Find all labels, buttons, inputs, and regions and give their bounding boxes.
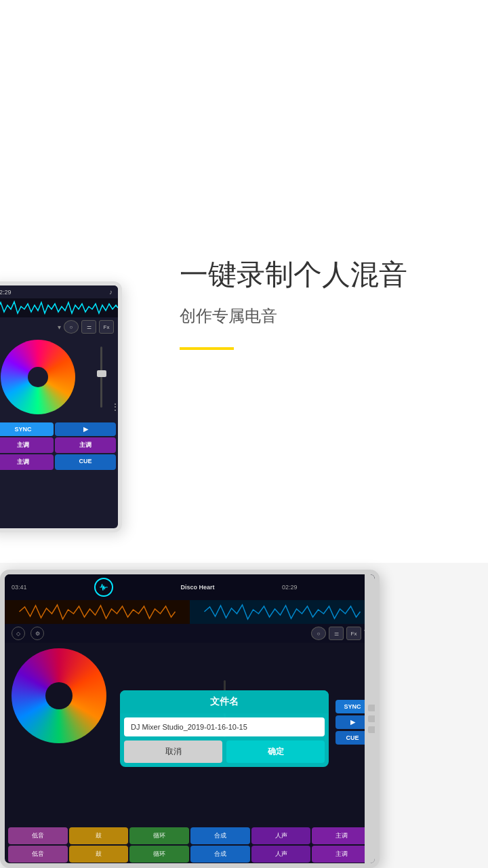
hero-content: 一键录制个人混音 创作专属电音 — [180, 258, 407, 350]
fx-btn-bottom[interactable]: Fx — [346, 627, 361, 640]
waveform — [0, 298, 118, 317]
waveform-right — [190, 600, 375, 624]
slider-thumb[interactable] — [97, 370, 106, 377]
controls-left: ◇ ⚙ — [12, 627, 44, 640]
dialog-title: 文件名 — [120, 690, 329, 713]
yellow-underline — [180, 347, 234, 350]
btn-row-2: 低音 鼓 循环 合成 人声 主调 — [5, 845, 375, 863]
play-icon-bottom: ▶ — [350, 719, 355, 726]
controls-row: ▾ ○ ⚌ Fx — [0, 317, 118, 336]
track-name: Disco Heart — [180, 584, 214, 591]
turntable-left-area — [5, 643, 113, 748]
dj-main-area: 文件名 DJ Mixer Studio_2019-01-16-10-15 取消 … — [5, 643, 375, 748]
track-time-right: 02:29 — [282, 584, 298, 591]
zhudiao3-button[interactable]: 主调 — [0, 454, 54, 470]
cancel-button[interactable]: 取消 — [124, 741, 222, 763]
circle-btn-bottom[interactable]: ○ — [311, 627, 326, 640]
dropdown-arrow[interactable]: ▾ — [58, 323, 61, 331]
slider-track — [100, 347, 102, 408]
turntable-center-left — [45, 682, 73, 709]
tablet-top-screen: 02:29 ♪ ▾ ○ ⚌ Fx — [0, 285, 118, 528]
diamond-btn[interactable]: ◇ — [12, 627, 25, 640]
turntable-disc[interactable] — [1, 340, 75, 414]
note-icon: ♪ — [109, 288, 113, 296]
xunhuan-btn-1[interactable]: 循环 — [129, 827, 189, 844]
fx-btn[interactable]: Fx — [99, 320, 114, 334]
dj-button-grid: SYNC ▶ 主调 主调 主调 CUE — [0, 420, 118, 472]
play-icon: ▶ — [83, 426, 88, 433]
sub-title: 创作专属电音 — [180, 305, 407, 327]
circle-btn[interactable]: ○ — [64, 320, 79, 334]
zhudiao-btn-1[interactable]: 主调 — [312, 827, 371, 844]
dialog-input[interactable]: DJ Mixer Studio_2019-01-16-10-15 — [124, 717, 325, 736]
dialog-overlay: 文件名 DJ Mixer Studio_2019-01-16-10-15 取消 … — [120, 690, 329, 767]
main-title: 一键录制个人混音 — [180, 258, 407, 292]
eq-btn[interactable]: ⚌ — [81, 320, 96, 334]
waveform-left — [5, 600, 190, 624]
track-time-left: 03:41 — [12, 584, 27, 591]
gu-btn-1[interactable]: 鼓 — [69, 827, 129, 844]
diyin-btn-2[interactable]: 低音 — [8, 846, 68, 863]
volume-slider[interactable] — [94, 340, 108, 414]
zhudiao2-button[interactable]: 主调 — [55, 437, 116, 453]
rensheng-btn-2[interactable]: 人声 — [251, 846, 311, 863]
confirm-button[interactable]: 确定 — [226, 741, 325, 763]
waveforms-row — [5, 600, 375, 624]
bottom-btn-grid: 低音 鼓 循环 合成 人声 主调 低音 鼓 循环 合成 人声 主调 — [5, 827, 375, 863]
rensheng-btn-1[interactable]: 人声 — [251, 827, 311, 844]
hecheng-btn-2[interactable]: 合成 — [190, 846, 250, 863]
turntable-center — [28, 367, 48, 387]
zhudiao1-button[interactable]: 主调 — [0, 437, 54, 453]
hecheng-btn-1[interactable]: 合成 — [190, 827, 250, 844]
turntable-big-left[interactable] — [12, 648, 106, 743]
right-btn-2 — [368, 715, 379, 722]
dj-bottom-topbar: 03:41 Disco Heart 02:29 ♪ — [5, 574, 375, 600]
gu-btn-2[interactable]: 鼓 — [69, 846, 129, 863]
dj-middle-section: 文件名 DJ Mixer Studio_2019-01-16-10-15 取消 … — [113, 643, 336, 748]
resize-handle[interactable]: ⋮ — [111, 402, 118, 412]
btn-row-1: 低音 鼓 循环 合成 人声 主调 — [5, 827, 375, 845]
right-btn-3 — [368, 726, 379, 733]
tablet-bottom-screen: 03:41 Disco Heart 02:29 ♪ — [5, 574, 375, 863]
tablet-bottom: 03:41 Disco Heart 02:29 ♪ — [0, 570, 380, 868]
sync-button[interactable]: SYNC — [0, 422, 54, 436]
bottom-controls-row: ◇ ⚙ ○ ⚌ Fx ▾ — [5, 624, 375, 643]
play-button[interactable]: ▶ — [55, 422, 116, 436]
xunhuan-btn-2[interactable]: 循环 — [129, 846, 189, 863]
eq-btn-bottom[interactable]: ⚌ — [329, 627, 344, 640]
gear-btn[interactable]: ⚙ — [30, 627, 44, 640]
tablet-top: 02:29 ♪ ▾ ○ ⚌ Fx — [0, 281, 122, 532]
filename-dialog: 文件名 DJ Mixer Studio_2019-01-16-10-15 取消 … — [120, 690, 329, 767]
controls-right: ○ ⚌ Fx ▾ — [311, 627, 368, 640]
dj-top-bar: 02:29 ♪ — [0, 285, 118, 298]
right-btn-1 — [368, 705, 379, 711]
track-time: 02:29 — [0, 289, 12, 296]
dialog-buttons: 取消 确定 — [124, 741, 325, 763]
turntable-area — [0, 336, 118, 418]
heartbeat-btn[interactable] — [94, 578, 113, 597]
cue-button-top[interactable]: CUE — [55, 454, 116, 470]
zhudiao-btn-2[interactable]: 主调 — [312, 846, 371, 863]
tablet-right-panel — [365, 574, 380, 863]
diyin-btn-1[interactable]: 低音 — [8, 827, 68, 844]
